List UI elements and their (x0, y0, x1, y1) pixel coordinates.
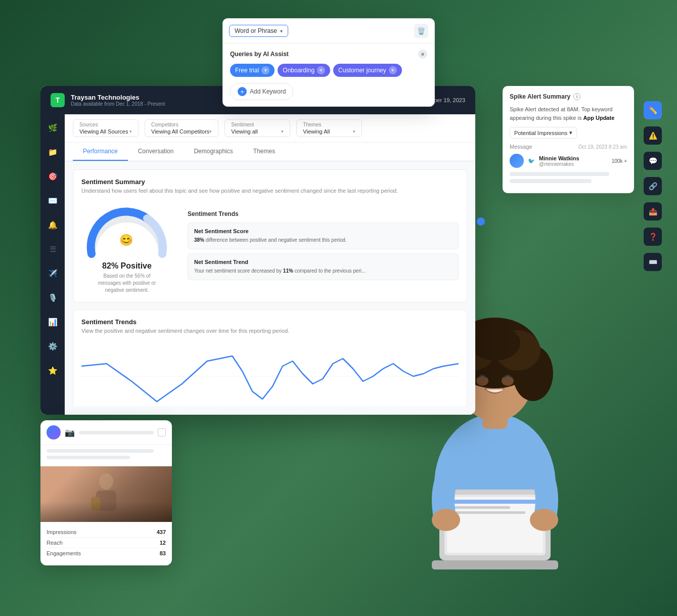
gauge-percent: 82% Positive (102, 261, 152, 271)
sidebar-item-navigation[interactable]: ✈️ (45, 266, 60, 281)
insta-checkbox[interactable] (158, 428, 166, 436)
skeleton-line-2 (510, 179, 592, 183)
edit-button[interactable]: ✏️ (644, 101, 662, 119)
add-circle-icon: + (238, 87, 247, 96)
notification-dot (477, 217, 485, 226)
keyword-popup: Word or Phrase 🗑️ Queries by AI Assist ×… (222, 18, 435, 107)
sidebar-item-mail[interactable]: ✉️ (45, 193, 60, 208)
message-label: Message (510, 144, 532, 150)
queries-title: Queries by AI Assist × (230, 50, 427, 59)
help-button[interactable]: ❓ (644, 228, 662, 246)
competitors-label: Competitors (151, 122, 212, 127)
info-icon[interactable]: i (573, 93, 580, 100)
sidebar-item-home[interactable]: 🌿 (45, 120, 60, 136)
spike-keyword: App Update (583, 115, 615, 121)
svg-point-2 (99, 473, 113, 490)
sentiment-value: Viewing all (231, 128, 284, 135)
spike-header: Spike Alert Summary i (510, 93, 627, 100)
sources-value: Viewing All Sources (79, 128, 132, 135)
insta-skeleton (79, 431, 154, 434)
dashboard-panel: T Traysan Technologies Data available fr… (40, 86, 475, 415)
trends-title: Sentiment Trends (188, 210, 459, 217)
brand-name: Traysan Technologies (71, 94, 165, 101)
keyword-input-row: Word or Phrase 🗑️ (223, 19, 434, 43)
sidebar-item-target[interactable]: 🎯 (45, 169, 60, 184)
sentiment-trends-title: Sentiment Trends (81, 318, 459, 326)
user-info: Minnie Watkins @minniemakes (539, 155, 579, 167)
sentiment-summary-title: Sentiment Summary (81, 178, 459, 186)
keyword-tags: Free trial + Onboarding + Customer journ… (230, 64, 427, 77)
tab-performance[interactable]: Performance (73, 143, 128, 161)
filter-bar: Sources Viewing All Sources Competitors … (65, 114, 475, 143)
main-content: Sources Viewing All Sources Competitors … (65, 114, 475, 415)
content-area: Sentiment Summary Understand how users f… (65, 161, 475, 406)
insta-header: 📷 (40, 420, 172, 445)
sentiment-gauge: 😊 (81, 201, 172, 261)
message-row: Message Oct 19, 2023 8:23 am (510, 144, 627, 150)
word-phrase-select[interactable]: Word or Phrase (229, 25, 288, 37)
dropdown-chevron: ▾ (569, 129, 572, 136)
net-score-card: Net Sentiment Score 38% difference betwe… (188, 223, 459, 249)
sidebar-item-list[interactable]: ☰ (45, 242, 60, 257)
user-avatar (510, 154, 524, 168)
tag-onboarding[interactable]: Onboarding + (278, 64, 330, 77)
link-button[interactable]: 🔗 (644, 177, 662, 195)
gauge-sub-text: Based on the 56% of messages with positi… (94, 273, 160, 294)
sentiment-chart (81, 341, 459, 406)
tab-themes[interactable]: Themes (243, 143, 285, 161)
impressions-dropdown[interactable]: Potential Impressions ▾ (510, 127, 577, 139)
net-trend-card: Net Sentiment Trend Your net sentiment s… (188, 253, 459, 280)
insta-text-lines (40, 445, 172, 466)
spike-alert-panel: Spike Alert Summary i Spike Alert detect… (503, 86, 634, 193)
insta-avatar (47, 425, 61, 439)
message-button[interactable]: 💬 (644, 152, 662, 170)
spike-description: Spike Alert detected at 8AM. Top keyword… (510, 105, 627, 122)
brand-subtitle: Data available from Dec 1, 2018 - Presen… (71, 101, 165, 107)
keyboard-button[interactable]: ⌨️ (644, 253, 662, 271)
sidebar-item-files[interactable]: 📁 (45, 145, 60, 160)
net-trend-desc: Your net sentiment score decreased by 11… (194, 267, 452, 275)
alert-button[interactable]: ⚠️ (644, 126, 662, 145)
tab-demographics[interactable]: Demographics (184, 143, 243, 161)
add-keyword-button[interactable]: + Add Keyword (230, 83, 293, 100)
sentiment-label: Sentiment (231, 122, 284, 127)
tag-free-trial[interactable]: Free trial + (230, 64, 275, 77)
sidebar-item-notifications[interactable]: 🔔 (45, 217, 60, 233)
sidebar-item-audio[interactable]: 🎙️ (45, 290, 60, 305)
left-sidebar: 🌿 📁 🎯 ✉️ 🔔 ☰ ✈️ 🎙️ 📊 ⚙️ ⭐ (40, 114, 65, 415)
instagram-icon: 📷 (65, 428, 75, 437)
competitors-value: Viewing All Competitors (151, 128, 212, 135)
select-label: Word or Phrase (235, 27, 277, 34)
instagram-card: 📷 Impressions 437 Reach 12 Engagements 8… (40, 420, 172, 565)
tab-bar: Performance Conversation Demographics Th… (65, 143, 475, 161)
themes-filter[interactable]: Themes Viewing All (296, 119, 362, 137)
queries-section: Queries by AI Assist × Free trial + Onbo… (223, 43, 434, 106)
sidebar-item-analytics[interactable]: 📊 (45, 315, 60, 330)
brand-info: Traysan Technologies Data available from… (71, 94, 165, 107)
themes-value: Viewing All (303, 128, 355, 135)
close-popup-button[interactable]: × (418, 50, 427, 59)
net-score-title: Net Sentiment Score (194, 228, 452, 234)
insta-stat-reach: Reach 12 (47, 538, 166, 548)
user-row: 🐦 Minnie Watkins @minniemakes 100k + (510, 154, 627, 168)
plus-icon: + (261, 66, 269, 74)
net-score-desc: 38% difference between positive and nega… (194, 236, 452, 244)
sentiment-trends-box: Sentiment Trends Net Sentiment Score 38%… (188, 210, 459, 284)
sources-filter[interactable]: Sources Viewing All Sources (73, 119, 139, 137)
sentiment-filter[interactable]: Sentiment Viewing all (224, 119, 290, 137)
insta-image (40, 466, 172, 522)
export-button[interactable]: 📤 (644, 202, 662, 221)
keyword-text-input[interactable] (292, 27, 410, 35)
insta-stat-impressions: Impressions 437 (47, 527, 166, 538)
svg-text:😊: 😊 (119, 233, 133, 247)
tab-conversation[interactable]: Conversation (128, 143, 184, 161)
competitors-filter[interactable]: Competitors Viewing All Competitors (145, 119, 218, 137)
delete-keyword-button[interactable]: 🗑️ (414, 24, 428, 38)
sentiment-trends-desc: View the positive and negative sentiment… (81, 328, 459, 334)
message-date: Oct 19, 2023 8:23 am (578, 144, 627, 150)
sidebar-item-favorites[interactable]: ⭐ (45, 363, 60, 378)
tag-customer-journey[interactable]: Customer journey + (333, 64, 402, 77)
right-sidebar: ✏️ ⚠️ 💬 🔗 📤 ❓ ⌨️ (644, 101, 662, 271)
twitter-icon: 🐦 (528, 158, 535, 164)
sidebar-item-settings[interactable]: ⚙️ (45, 339, 60, 354)
